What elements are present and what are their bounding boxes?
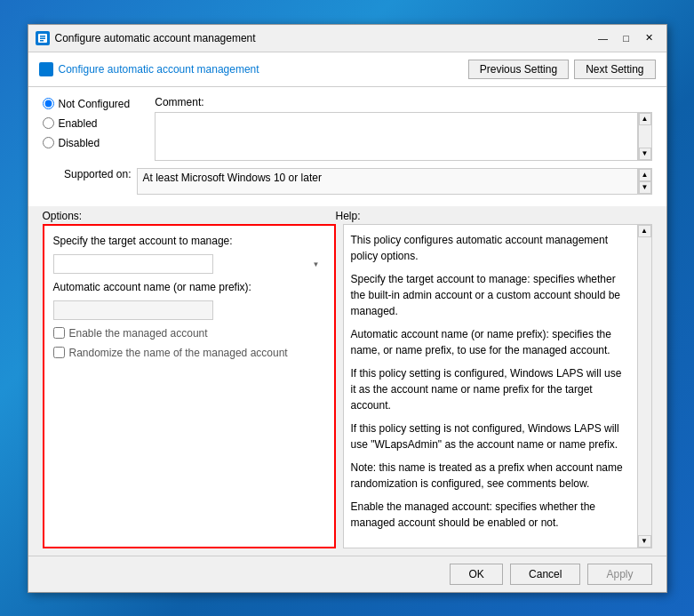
help-scroll-down[interactable]: ▼ — [638, 535, 651, 548]
enable-managed-label: Enable the managed account — [69, 327, 208, 340]
comment-section: Comment: ▲ ▼ — [155, 96, 651, 161]
radio-column: Not Configured Enabled Disabled — [43, 96, 131, 149]
target-account-dropdown-wrapper — [53, 254, 325, 274]
target-account-dropdown[interactable] — [53, 254, 213, 274]
radio-not-configured[interactable]: Not Configured — [43, 98, 131, 110]
help-scrollbar[interactable]: ▲ ▼ — [637, 225, 651, 548]
enable-managed-checkbox[interactable] — [53, 327, 65, 339]
help-p7: Enable the managed account: specifies wh… — [351, 499, 630, 531]
apply-button[interactable]: Apply — [587, 564, 651, 585]
radio-enabled[interactable]: Enabled — [43, 117, 131, 130]
help-scroll-up[interactable]: ▲ — [638, 225, 651, 237]
comment-scrollbar[interactable]: ▲ ▼ — [638, 112, 652, 161]
help-p3: Automatic account name (or name prefix):… — [351, 326, 630, 358]
header-buttons: Previous Setting Next Setting — [468, 60, 656, 79]
radio-not-configured-input[interactable] — [43, 98, 54, 109]
main-dialog: Configure automatic account management —… — [28, 24, 667, 593]
bottom-area: Options: Help: Specify the target accoun… — [28, 206, 666, 556]
supported-scrollbar[interactable]: ▲ ▼ — [638, 168, 652, 195]
svg-rect-1 — [40, 36, 45, 37]
help-p4: If this policy setting is configured, Wi… — [351, 365, 630, 413]
maximize-button[interactable]: □ — [617, 30, 636, 46]
supported-section: Supported on: At least Microsoft Windows… — [43, 168, 652, 195]
options-panel: Specify the target account to manage: Au… — [43, 224, 336, 548]
previous-setting-button[interactable]: Previous Setting — [468, 60, 569, 79]
radio-not-configured-label: Not Configured — [59, 98, 131, 110]
dialog-header: Configure automatic account management P… — [28, 52, 666, 87]
comment-label: Comment: — [155, 96, 651, 108]
randomize-checkbox-item[interactable]: Randomize the name of the managed accoun… — [53, 347, 325, 359]
header-icon — [39, 62, 53, 76]
close-button[interactable]: ✕ — [640, 30, 659, 46]
dialog-body: Not Configured Enabled Disabled Comment: — [28, 87, 666, 206]
help-p6: Note: this name is treated as a prefix w… — [351, 460, 630, 492]
dialog-footer: OK Cancel Apply — [28, 556, 666, 592]
supported-scroll-up[interactable]: ▲ — [639, 169, 651, 181]
radio-enabled-input[interactable] — [43, 117, 54, 129]
help-panel: This policy configures automatic account… — [343, 224, 652, 548]
window-controls: — □ ✕ — [594, 30, 659, 46]
options-section-label: Options: — [43, 210, 336, 224]
comment-textarea[interactable] — [155, 112, 637, 161]
minimize-button[interactable]: — — [594, 30, 613, 46]
enable-managed-checkbox-item[interactable]: Enable the managed account — [53, 327, 325, 340]
dialog-title: Configure automatic account management — [55, 32, 588, 44]
supported-scroll-down[interactable]: ▼ — [639, 181, 651, 194]
svg-rect-3 — [40, 40, 44, 42]
panels-row: Specify the target account to manage: Au… — [28, 224, 666, 556]
randomize-checkbox[interactable] — [53, 347, 65, 358]
radio-disabled-label: Disabled — [59, 137, 100, 149]
help-p5: If this policy setting is not configured… — [351, 420, 630, 452]
account-name-input[interactable] — [53, 300, 213, 320]
help-p2: Specify the target account to manage: sp… — [351, 271, 630, 319]
radio-disabled-input[interactable] — [43, 137, 54, 148]
header-left: Configure automatic account management — [39, 62, 259, 76]
randomize-label: Randomize the name of the managed accoun… — [69, 347, 288, 359]
title-bar: Configure automatic account management —… — [28, 25, 666, 52]
help-p1: This policy configures automatic account… — [351, 232, 630, 264]
dialog-icon — [36, 31, 50, 45]
ok-button[interactable]: OK — [450, 564, 503, 585]
help-section-label: Help: — [336, 210, 652, 224]
scroll-up-arrow[interactable]: ▲ — [639, 113, 651, 125]
radio-enabled-label: Enabled — [59, 117, 98, 130]
help-text: This policy configures automatic account… — [351, 232, 644, 531]
top-row: Not Configured Enabled Disabled Comment: — [43, 96, 652, 161]
scroll-down-arrow[interactable]: ▼ — [639, 148, 651, 160]
account-name-label: Automatic account name (or name prefix): — [53, 281, 325, 293]
radio-disabled[interactable]: Disabled — [43, 137, 131, 149]
supported-label: Supported on: — [43, 168, 132, 180]
supported-value: At least Microsoft Windows 10 or later — [137, 168, 638, 195]
target-account-label: Specify the target account to manage: — [53, 235, 325, 247]
header-title: Configure automatic account management — [59, 63, 259, 76]
next-setting-button[interactable]: Next Setting — [574, 60, 655, 79]
bottom-labels: Options: Help: — [28, 206, 666, 224]
svg-rect-2 — [40, 37, 45, 39]
cancel-button[interactable]: Cancel — [510, 564, 580, 585]
